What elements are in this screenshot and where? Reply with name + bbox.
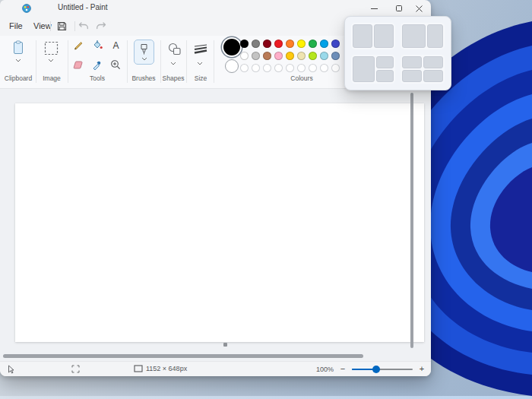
colour-swatch[interactable] (286, 40, 294, 48)
save-icon (57, 21, 67, 31)
empty-swatch-slot[interactable] (274, 64, 283, 72)
colour-swatch[interactable] (331, 40, 340, 48)
empty-swatch-slot[interactable] (240, 64, 249, 72)
undo-icon (78, 21, 89, 30)
snap-pane[interactable] (353, 24, 372, 48)
empty-swatch-slot[interactable] (297, 64, 306, 72)
menu-file[interactable]: File (5, 20, 27, 32)
drawing-canvas[interactable] (15, 103, 424, 342)
zoom-level: 100% (316, 366, 334, 373)
primary-colour-swatch[interactable] (223, 39, 240, 55)
menu-view[interactable]: View (29, 20, 56, 32)
snap-layout-left-half-right-stacked[interactable] (351, 55, 395, 84)
colour-swatch[interactable] (240, 52, 249, 60)
redo-button[interactable] (94, 19, 108, 33)
colour-swatch[interactable] (252, 52, 260, 60)
swatch-row-2 (240, 52, 340, 60)
chevron-down-icon (141, 57, 147, 61)
empty-swatch-slot[interactable] (309, 64, 317, 72)
zoom-out-button[interactable]: − (337, 363, 348, 374)
secondary-colour-swatch[interactable] (225, 59, 239, 73)
canvas-resize-handle[interactable] (223, 343, 227, 347)
svg-text:A: A (112, 40, 119, 50)
menubar-divider (50, 21, 51, 31)
menubar-divider (74, 21, 75, 31)
canvas-size-text: 1152 × 648px (146, 365, 187, 372)
vertical-scrollbar[interactable] (410, 93, 413, 348)
colour-swatch[interactable] (320, 52, 328, 60)
minimize-button[interactable] (363, 0, 385, 17)
colour-swatch[interactable] (263, 52, 271, 60)
cursor-icon (8, 365, 14, 374)
color-picker-tool[interactable] (91, 59, 103, 71)
empty-swatch-slot[interactable] (286, 64, 294, 72)
colour-swatch[interactable] (331, 52, 340, 60)
snap-pane[interactable] (402, 24, 426, 48)
canvas-size-icon (134, 365, 143, 372)
fill-tool[interactable] (91, 39, 103, 51)
horizontal-scrollbar[interactable] (3, 354, 363, 358)
empty-swatch-slot[interactable] (252, 64, 260, 72)
minimize-icon (371, 8, 378, 9)
redo-icon (96, 21, 106, 30)
colour-swatch[interactable] (320, 40, 328, 48)
close-icon (416, 5, 423, 12)
chevron-down-icon (170, 62, 176, 65)
undo-button[interactable] (77, 19, 90, 33)
select-icon (44, 41, 59, 55)
chevron-down-icon (15, 59, 21, 62)
shapes-button[interactable] (166, 42, 182, 57)
colour-swatch[interactable] (252, 40, 260, 48)
snap-layout-split-50-50[interactable] (351, 23, 395, 49)
shapes-icon (167, 43, 182, 56)
magnifier-tool[interactable] (109, 59, 122, 71)
magnifier-icon (110, 59, 121, 70)
brush-icon (139, 43, 149, 56)
zoom-slider-thumb[interactable] (372, 366, 380, 373)
empty-swatch-slot[interactable] (320, 64, 328, 72)
group-label-size: Size (170, 74, 231, 82)
snap-pane[interactable] (423, 70, 443, 82)
group-label-colours: Colours (271, 74, 332, 82)
chevron-down-icon (197, 62, 203, 65)
swatch-row-empty (240, 64, 340, 72)
snap-layout-wide-left[interactable] (401, 23, 445, 49)
colour-swatch[interactable] (309, 40, 317, 48)
work-area (0, 89, 431, 361)
snap-pane[interactable] (353, 56, 375, 83)
empty-swatch-slot[interactable] (263, 64, 271, 72)
colour-swatch[interactable] (274, 52, 283, 60)
save-button[interactable] (55, 19, 68, 33)
snap-pane[interactable] (376, 56, 394, 68)
colour-swatch[interactable] (274, 40, 283, 48)
colour-swatch[interactable] (263, 40, 271, 48)
colour-swatch[interactable] (286, 52, 294, 60)
colour-swatch[interactable] (309, 52, 317, 60)
snap-pane[interactable] (376, 70, 394, 82)
snap-pane[interactable] (374, 24, 394, 48)
snap-pane[interactable] (402, 70, 422, 82)
snap-layout-quad-grid[interactable] (401, 55, 445, 84)
status-bar: 1152 × 648px 100% − + (0, 361, 431, 376)
empty-swatch-slot[interactable] (331, 64, 340, 72)
size-button[interactable] (193, 42, 208, 57)
eraser-tool[interactable] (72, 59, 84, 71)
snap-pane[interactable] (402, 56, 422, 68)
snap-pane[interactable] (427, 24, 443, 48)
text-tool[interactable]: A (109, 39, 122, 51)
snap-layouts-flyout (344, 16, 451, 90)
pencil-icon (73, 40, 84, 50)
paste-icon (12, 40, 24, 55)
fill-icon (92, 40, 103, 50)
brushes-button[interactable] (134, 40, 154, 65)
zoom-in-button[interactable]: + (416, 363, 427, 374)
pencil-tool[interactable] (72, 39, 84, 51)
colour-swatch[interactable] (297, 52, 306, 60)
colour-swatch[interactable] (240, 40, 249, 48)
close-button[interactable] (408, 0, 430, 17)
snap-pane[interactable] (423, 56, 443, 68)
text-icon: A (111, 40, 121, 50)
zoom-slider[interactable] (352, 369, 413, 370)
maximize-button[interactable] (388, 0, 410, 17)
colour-swatch[interactable] (297, 40, 306, 48)
